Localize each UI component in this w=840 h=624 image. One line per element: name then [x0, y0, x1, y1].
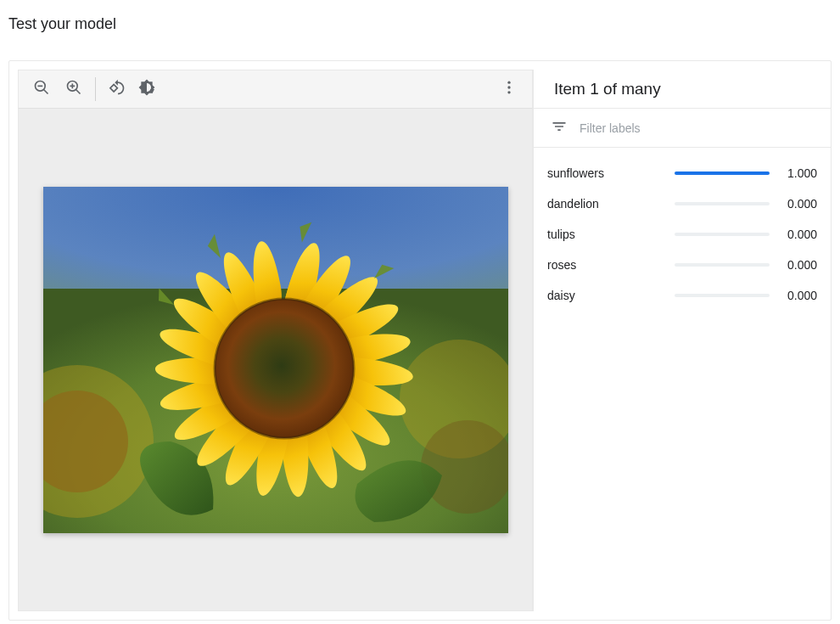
- prediction-label: tulips: [547, 228, 664, 241]
- prediction-score: 0.000: [780, 258, 817, 272]
- prediction-row: tulips 0.000: [547, 219, 817, 250]
- zoom-in-icon: [65, 79, 82, 99]
- prediction-label: daisy: [547, 289, 664, 302]
- svg-line-1: [44, 90, 48, 94]
- prediction-row: daisy 0.000: [547, 280, 817, 311]
- filter-labels-input[interactable]: [580, 121, 814, 135]
- brightness-button[interactable]: ▾: [133, 73, 156, 105]
- prediction-bar-fill: [675, 171, 770, 175]
- image-area[interactable]: [18, 109, 533, 611]
- prediction-score: 0.000: [780, 197, 817, 211]
- filter-row: [534, 109, 831, 148]
- prediction-score: 1.000: [780, 166, 817, 180]
- rotate-icon: [109, 79, 126, 99]
- prediction-score: 0.000: [780, 228, 817, 241]
- prediction-label: roses: [547, 258, 664, 272]
- test-model-panel: ▾: [8, 60, 832, 621]
- prediction-row: roses 0.000: [547, 250, 817, 280]
- results-panel: Item 1 of many sunflowers 1.000 dandelio…: [534, 70, 831, 611]
- page-title: Test your model: [0, 0, 840, 33]
- prediction-label: sunflowers: [547, 166, 664, 180]
- zoom-out-icon: [33, 79, 50, 99]
- prediction-bar: [675, 263, 770, 267]
- more-vert-icon: [501, 79, 518, 99]
- prediction-bar: [675, 294, 770, 297]
- svg-point-8: [507, 86, 510, 88]
- prediction-bar: [675, 233, 770, 236]
- test-image: [43, 187, 508, 533]
- viewer-toolbar: ▾: [18, 70, 533, 109]
- svg-point-9: [507, 91, 510, 93]
- image-viewer: ▾: [18, 70, 534, 611]
- prediction-bar: [675, 171, 770, 175]
- svg-line-4: [76, 90, 81, 94]
- prediction-label: dandelion: [547, 197, 664, 211]
- filter-list-icon: [551, 118, 568, 138]
- prediction-score: 0.000: [780, 289, 817, 302]
- more-options-button[interactable]: [493, 73, 525, 105]
- chevron-down-icon: ▾: [150, 84, 154, 95]
- svg-point-7: [507, 82, 510, 84]
- predictions-list: sunflowers 1.000 dandelion 0.000 tulips …: [534, 148, 831, 311]
- prediction-bar: [675, 202, 770, 205]
- toolbar-separator: [95, 77, 96, 101]
- zoom-out-button[interactable]: [25, 73, 58, 105]
- prediction-row: sunflowers 1.000: [547, 158, 817, 188]
- results-header: Item 1 of many: [534, 70, 831, 109]
- zoom-in-button[interactable]: [58, 73, 90, 105]
- prediction-row: dandelion 0.000: [547, 188, 817, 219]
- rotate-button[interactable]: [101, 73, 133, 105]
